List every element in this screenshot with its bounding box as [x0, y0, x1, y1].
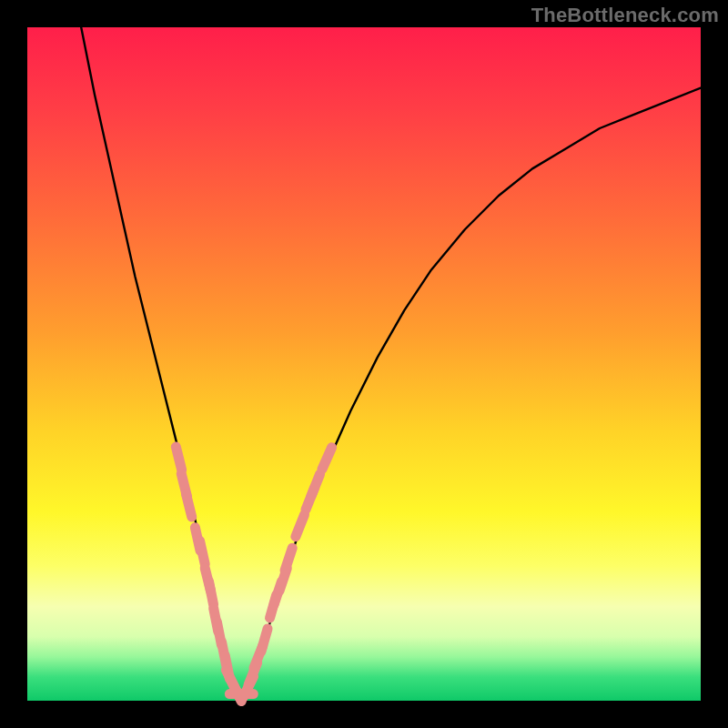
curve-marker — [261, 629, 268, 652]
curve-marker — [322, 448, 332, 470]
outer-frame: TheBottleneck.com — [0, 0, 728, 728]
curve-marker — [186, 494, 191, 517]
curve-marker — [296, 515, 305, 537]
curve-marker — [311, 474, 320, 496]
bottleneck-curve — [81, 27, 701, 694]
chart-svg — [0, 0, 728, 728]
curve-marker — [200, 541, 206, 564]
curve-marker — [285, 548, 292, 571]
curve-marker — [208, 581, 213, 605]
curve-marker — [176, 447, 181, 470]
